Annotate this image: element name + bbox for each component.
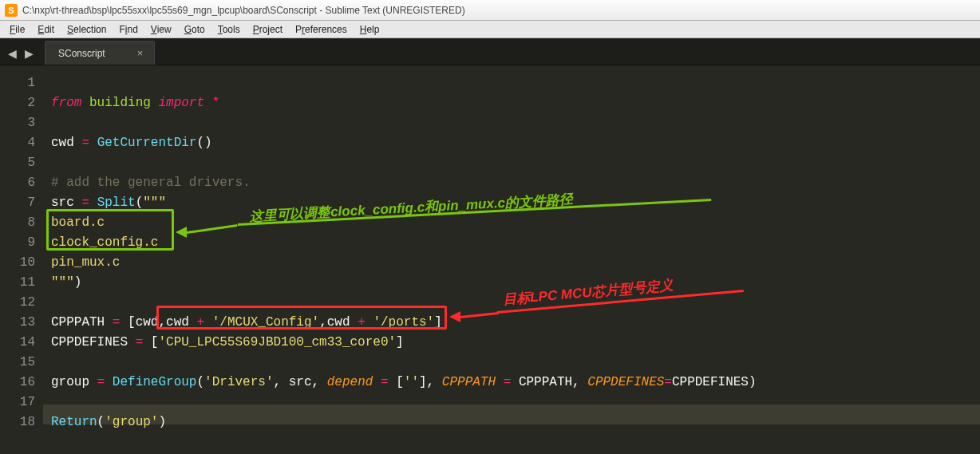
menu-find[interactable]: Find bbox=[113, 22, 144, 37]
nav-forward-icon[interactable]: ▶ bbox=[25, 47, 34, 60]
line-number: 14 bbox=[0, 333, 35, 353]
line-number: 9 bbox=[0, 233, 35, 253]
menu-view[interactable]: View bbox=[144, 22, 178, 37]
editor[interactable]: 1 2 3 4 5 6 7 8 9 10 11 12 13 14 15 16 1… bbox=[0, 65, 980, 454]
tab-bar: ◀ ▶ SConscript × bbox=[0, 38, 980, 65]
nav-back-icon[interactable]: ◀ bbox=[8, 47, 17, 60]
window-title: C:\nxp\rt-thread\bsp\lpc55sxx\lpc55s69_m… bbox=[22, 5, 465, 16]
close-icon[interactable]: × bbox=[137, 47, 144, 59]
nav-arrows: ◀ ▶ bbox=[3, 47, 40, 65]
line-number: 11 bbox=[0, 273, 35, 293]
line-number: 6 bbox=[0, 173, 35, 193]
app-icon: S bbox=[5, 4, 18, 17]
menu-selection[interactable]: Selection bbox=[61, 22, 113, 37]
gutter: 1 2 3 4 5 6 7 8 9 10 11 12 13 14 15 16 1… bbox=[0, 65, 43, 454]
menu-file[interactable]: File bbox=[3, 22, 31, 37]
tab-label: SConscript bbox=[58, 48, 105, 59]
line-number: 2 bbox=[0, 93, 35, 113]
line-number: 10 bbox=[0, 253, 35, 273]
menu-goto[interactable]: Goto bbox=[178, 22, 211, 37]
title-bar: S C:\nxp\rt-thread\bsp\lpc55sxx\lpc55s69… bbox=[0, 0, 980, 21]
code-area[interactable]: from building import * cwd = GetCurrentD… bbox=[43, 65, 980, 454]
menu-edit[interactable]: Edit bbox=[31, 22, 61, 37]
line-number: 1 bbox=[0, 73, 35, 93]
line-number: 12 bbox=[0, 293, 35, 313]
line-number: 5 bbox=[0, 153, 35, 173]
line-number: 7 bbox=[0, 193, 35, 213]
line-number: 18 bbox=[0, 413, 35, 432]
line-number: 4 bbox=[0, 133, 35, 153]
arrow-head-green-icon bbox=[176, 227, 187, 238]
line-number: 17 bbox=[0, 393, 35, 413]
line-number: 16 bbox=[0, 373, 35, 393]
menu-tools[interactable]: Tools bbox=[211, 22, 247, 37]
menu-project[interactable]: Project bbox=[247, 22, 289, 37]
arrow-head-red-icon bbox=[449, 311, 460, 322]
line-number: 3 bbox=[0, 113, 35, 133]
menu-help[interactable]: Help bbox=[354, 22, 386, 37]
line-number: 13 bbox=[0, 313, 35, 333]
tab-sconscript[interactable]: SConscript × bbox=[45, 41, 155, 65]
line-number: 15 bbox=[0, 353, 35, 373]
menu-bar: File Edit Selection Find View Goto Tools… bbox=[0, 21, 980, 38]
menu-preferences[interactable]: Preferences bbox=[289, 22, 354, 37]
line-number: 8 bbox=[0, 213, 35, 233]
